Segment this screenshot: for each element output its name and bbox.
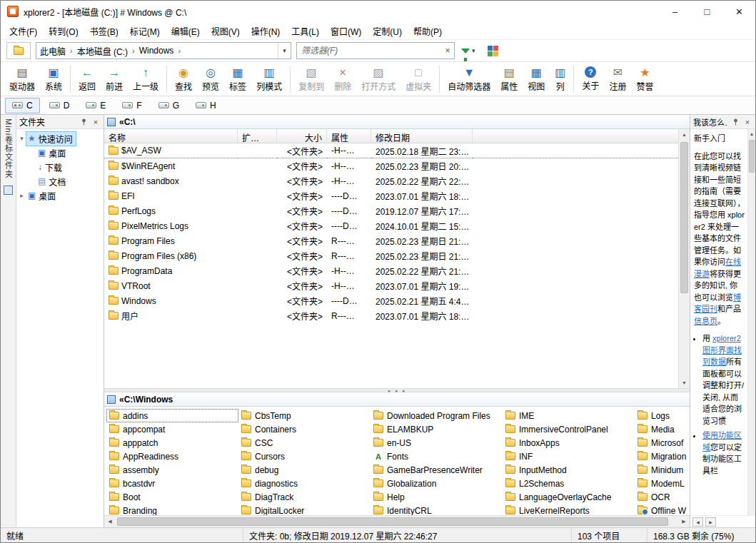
layout-grid-icon[interactable] <box>488 46 498 56</box>
folder-item[interactable]: Migration <box>635 450 690 463</box>
praise-button[interactable]: ★赞誉 <box>631 64 658 94</box>
folder-item[interactable]: Minidum <box>635 463 690 477</box>
drive-tab-c[interactable]: C <box>5 98 40 113</box>
back-button[interactable]: ←返回 <box>74 64 101 94</box>
tree-expander-icon[interactable]: ▾ <box>18 135 26 142</box>
folder-item[interactable]: appcompat <box>106 422 238 436</box>
folder-item[interactable]: GameBarPresenceWriter <box>371 463 503 477</box>
current-folder-button[interactable] <box>6 42 31 59</box>
file-row[interactable]: PixelMetrics Logs<文件夹>----D…2024.10.01 星… <box>104 218 678 233</box>
bottom-pane-header[interactable]: «C:\Windows <box>104 392 690 407</box>
folder-item[interactable]: addins <box>106 409 238 422</box>
folder-item[interactable]: IdentityCRL <box>371 504 503 515</box>
file-row[interactable]: 用户<文件夹>R---…2023.07.01 星期六 18:… <box>104 308 678 323</box>
help-forward-button[interactable]: ▶ <box>705 517 716 527</box>
minimize-button[interactable]: – <box>659 1 691 22</box>
folder-item[interactable]: ModemL <box>635 477 690 490</box>
column-header[interactable]: 属性 <box>327 129 371 143</box>
about-button[interactable]: ?关于 <box>577 64 604 93</box>
side-tab-label[interactable]: Mini卷标文件夹 <box>3 118 14 178</box>
filter-input[interactable] <box>297 46 441 56</box>
auto-filter-button[interactable]: ▼自动筛选器 <box>443 64 495 94</box>
menu-item[interactable]: 视图(V) <box>206 23 246 39</box>
help-scrollbar[interactable]: ▲ <box>747 129 755 515</box>
menu-item[interactable]: 帮助(P) <box>408 23 448 39</box>
folder-item[interactable]: assembly <box>106 463 238 477</box>
folder-item[interactable]: Cursors <box>238 450 371 463</box>
filter-menu-button[interactable]: ▾ <box>460 46 477 56</box>
folder-item[interactable]: INF <box>503 450 635 463</box>
tree-item[interactable]: ▤文档 <box>16 174 104 188</box>
folder-item[interactable]: DigitalLocker <box>238 504 371 515</box>
column-header[interactable]: 扩… <box>238 129 277 143</box>
drive-tab-f[interactable]: F <box>115 98 148 113</box>
menu-item[interactable]: 操作(N) <box>246 23 286 39</box>
maximize-button[interactable]: □ <box>691 1 723 22</box>
menu-item[interactable]: 转到(O) <box>43 23 84 39</box>
folder-item[interactable]: debug <box>238 463 371 477</box>
folder-item[interactable]: OCR <box>635 490 690 504</box>
drives-button[interactable]: ▤驱动器 <box>4 64 40 94</box>
top-pane-header[interactable]: «C:\ <box>104 115 690 129</box>
scrollbar-thumb[interactable] <box>680 142 688 293</box>
menu-item[interactable]: 文件(F) <box>4 23 43 39</box>
close-panel-icon[interactable]: × <box>91 117 101 127</box>
folder-item[interactable]: diagnostics <box>238 477 371 490</box>
folder-item[interactable]: InboxApps <box>503 436 635 450</box>
folder-item[interactable]: LanguageOverlayCache <box>503 490 635 504</box>
drive-tab-h[interactable]: H <box>188 98 223 113</box>
find-button[interactable]: ◉查找 <box>170 64 197 94</box>
menu-item[interactable]: 窗口(W) <box>325 23 367 39</box>
folder-item[interactable]: IME <box>503 409 635 422</box>
preview-button[interactable]: ◎预览 <box>197 64 224 94</box>
vertical-scrollbar[interactable]: ▲ ▼ <box>678 129 690 388</box>
file-row[interactable]: PerfLogs<文件夹>----D…2019.12.07 星期六 17:… <box>104 203 678 218</box>
file-row[interactable]: $AV_ASW<文件夹>-H--…2025.02.18 星期二 23:… <box>104 143 678 158</box>
folder-item[interactable]: Logs <box>635 409 690 422</box>
file-row[interactable]: ProgramData<文件夹>-H--…2025.02.22 星期六 21:… <box>104 263 678 278</box>
filter-clear-icon[interactable]: × <box>441 46 454 56</box>
folder-item[interactable]: Containers <box>238 422 371 436</box>
folder-item[interactable]: DiagTrack <box>238 490 371 504</box>
breadcrumb-segment[interactable]: Windows <box>136 46 178 56</box>
tree-item[interactable]: ▸▣桌面 <box>16 188 104 203</box>
folder-item[interactable]: ImmersiveControlPanel <box>503 422 635 436</box>
views-button[interactable]: ▦视图 <box>523 64 550 94</box>
file-row[interactable]: $WinREAgent<文件夹>-H--…2025.02.23 星期日 20:… <box>104 158 678 173</box>
close-button[interactable]: ✕ <box>723 1 755 22</box>
folder-item[interactable]: Help <box>371 490 503 504</box>
scroll-up-icon[interactable]: ▲ <box>679 129 690 140</box>
breadcrumb-dropdown-button[interactable]: ▾ <box>278 43 291 59</box>
column-header[interactable]: 名称 <box>104 129 238 143</box>
column-header[interactable]: 修改日期 <box>371 129 473 143</box>
folder-item[interactable]: ELAMBKUP <box>371 422 503 436</box>
file-row[interactable]: Program Files (x86)<文件夹>R---…2025.02.23 … <box>104 248 678 263</box>
file-row[interactable]: avast! sandbox<文件夹>-H--…2025.02.22 星期六 2… <box>104 173 678 188</box>
menu-item[interactable]: 标记(M) <box>124 23 166 39</box>
forward-button[interactable]: →前进 <box>101 64 128 94</box>
file-row[interactable]: Program Files<文件夹>R---…2025.02.23 星期日 21… <box>104 233 678 248</box>
menu-item[interactable]: 书签(B) <box>84 23 124 39</box>
folder-item[interactable]: Branding <box>106 504 238 515</box>
folder-item[interactable]: Boot <box>106 490 238 504</box>
tree-item[interactable]: ▣桌面 <box>16 146 104 160</box>
hscrollbar-thumb[interactable] <box>117 517 668 526</box>
folder-item[interactable]: L2Schemas <box>503 477 635 490</box>
scroll-right-icon[interactable]: ▶ <box>678 519 690 524</box>
system-button[interactable]: ▣系统 <box>40 64 67 94</box>
file-row[interactable]: Windows<文件夹>----D…2025.02.21 星期五 4:4… <box>104 293 678 308</box>
up-button[interactable]: ↑上一级 <box>128 64 163 94</box>
folder-item[interactable]: Media <box>635 422 690 436</box>
menu-item[interactable]: 工具(L) <box>286 23 325 39</box>
hscrollbar-track[interactable] <box>116 516 678 527</box>
columns-button[interactable]: ▥列 <box>550 64 570 94</box>
help-link[interactable]: 信息页 <box>694 317 717 325</box>
folder-item[interactable]: apppatch <box>106 436 238 450</box>
folder-item[interactable]: AppReadiness <box>106 450 238 463</box>
folder-item[interactable]: Globalization <box>371 477 503 490</box>
pin-icon[interactable] <box>730 117 740 127</box>
menu-item[interactable]: 编辑(E) <box>166 23 206 39</box>
folder-item[interactable]: AFonts <box>371 450 503 463</box>
help-back-button[interactable]: ◀ <box>692 517 703 527</box>
file-row[interactable]: VTRoot<文件夹>-H--…2023.07.01 星期六 19:… <box>104 278 678 293</box>
